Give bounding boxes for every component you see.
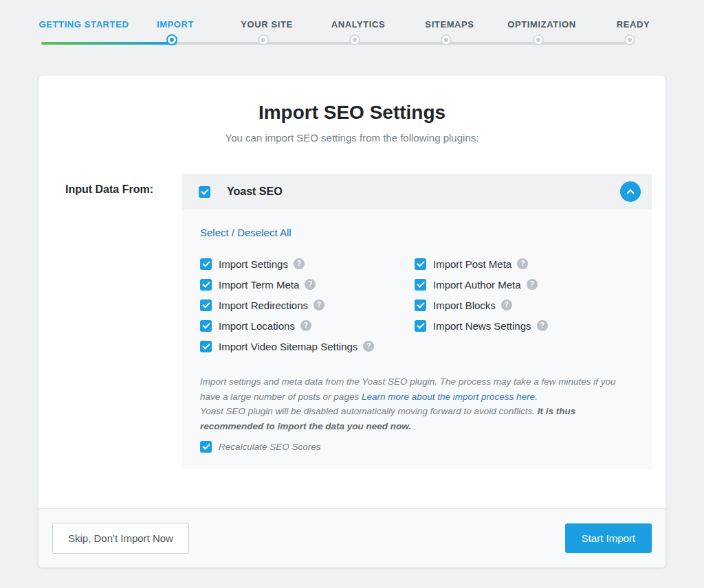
- checkbox-checked-icon[interactable]: [200, 341, 212, 352]
- option-import-term-meta[interactable]: Import Term Meta ?: [200, 278, 415, 291]
- import-options-column-2: Import Post Meta ? Import Author Meta ? …: [415, 258, 548, 361]
- chevron-up-icon: [626, 189, 634, 196]
- step-optimization-dot: [534, 36, 542, 44]
- import-settings-card: Import SEO Settings You can import SEO s…: [38, 76, 666, 567]
- option-import-blocks[interactable]: Import Blocks ?: [415, 299, 548, 311]
- step-your-site: YOUR SITE: [241, 19, 292, 30]
- step-import-dot[interactable]: [168, 36, 176, 44]
- checkbox-checked-icon[interactable]: [415, 279, 426, 291]
- help-icon[interactable]: ?: [300, 320, 311, 331]
- wizard-footer: Skip, Don't Import Now Start Import: [38, 508, 666, 567]
- option-label: Import Term Meta: [219, 279, 299, 291]
- option-label: Import Locations: [219, 320, 295, 332]
- start-import-button[interactable]: Start Import: [565, 523, 652, 553]
- step-analytics: ANALYTICS: [331, 19, 386, 30]
- step-analytics-dot: [351, 36, 359, 44]
- select-deselect-all-link[interactable]: Select / Deselect All: [200, 227, 292, 238]
- content-row: Input Data From: Yoast SEO Select / Dese…: [38, 174, 666, 469]
- checkbox-checked-icon[interactable]: [200, 279, 212, 291]
- option-label: Import Settings: [219, 258, 288, 270]
- description-text: Yoast SEO plugin will be disabled automa…: [200, 406, 538, 416]
- help-icon[interactable]: ?: [363, 341, 374, 352]
- checkbox-checked-icon[interactable]: [200, 258, 212, 270]
- step-sitemaps-dot: [442, 36, 450, 44]
- page-subtitle: You can import SEO settings from the fol…: [38, 132, 666, 144]
- option-label: Import Author Meta: [433, 279, 521, 291]
- step-your-site-dot: [259, 36, 267, 44]
- setup-wizard-stepper: GETTING STARTED IMPORT YOUR SITE ANALYTI…: [41, 0, 663, 66]
- yoast-seo-panel-header: Yoast SEO: [182, 174, 652, 210]
- option-label: Import Redirections: [219, 299, 308, 311]
- option-label: Import Blocks: [433, 299, 496, 311]
- card-header: Import SEO Settings You can import SEO s…: [38, 76, 666, 174]
- checkbox-checked-icon[interactable]: [415, 320, 426, 332]
- checkbox-checked-icon[interactable]: [200, 320, 212, 332]
- option-label: Import Post Meta: [433, 258, 512, 270]
- checkbox-checked-icon[interactable]: [415, 258, 426, 270]
- learn-more-link[interactable]: Learn more about the import process here…: [362, 392, 538, 402]
- option-import-post-meta[interactable]: Import Post Meta ?: [415, 258, 548, 270]
- step-getting-started[interactable]: GETTING STARTED: [39, 19, 129, 30]
- import-options-column-1: Import Settings ? Import Term Meta ? Imp…: [200, 258, 415, 361]
- option-import-settings[interactable]: Import Settings ?: [200, 258, 415, 270]
- skip-import-button[interactable]: Skip, Don't Import Now: [52, 523, 189, 554]
- import-description: Import settings and meta data from the Y…: [200, 374, 634, 433]
- option-import-locations[interactable]: Import Locations ?: [200, 319, 415, 332]
- stepper-progress: [41, 42, 177, 45]
- option-import-news-settings[interactable]: Import News Settings ?: [415, 319, 548, 332]
- recalculate-label: Recalculate SEO Scores: [219, 442, 321, 452]
- help-icon[interactable]: ?: [314, 299, 324, 310]
- collapse-panel-button[interactable]: [620, 181, 641, 202]
- option-import-redirections[interactable]: Import Redirections ?: [200, 299, 415, 311]
- import-options: Import Settings ? Import Term Meta ? Imp…: [200, 258, 634, 361]
- stepper-track: [41, 42, 633, 45]
- option-label: Import News Settings: [433, 320, 531, 332]
- yoast-seo-panel-body: Select / Deselect All Import Settings ? …: [182, 210, 652, 469]
- step-sitemaps: SITEMAPS: [425, 19, 474, 30]
- help-icon[interactable]: ?: [527, 279, 538, 290]
- help-icon[interactable]: ?: [294, 258, 305, 269]
- step-import[interactable]: IMPORT: [157, 19, 194, 30]
- option-import-video-sitemap-settings[interactable]: Import Video Sitemap Settings ?: [200, 340, 415, 352]
- step-ready: READY: [617, 19, 650, 30]
- help-icon[interactable]: ?: [305, 279, 316, 290]
- checkbox-checked-icon[interactable]: [200, 441, 212, 453]
- help-icon[interactable]: ?: [537, 320, 548, 331]
- recalculate-seo-scores-option[interactable]: Recalculate SEO Scores: [200, 441, 634, 453]
- help-icon[interactable]: ?: [517, 258, 528, 269]
- option-import-author-meta[interactable]: Import Author Meta ?: [415, 278, 548, 291]
- yoast-seo-panel: Yoast SEO Select / Deselect All Import S…: [182, 174, 652, 469]
- help-icon[interactable]: ?: [501, 299, 512, 310]
- checkbox-checked-icon[interactable]: [200, 299, 212, 311]
- checkbox-checked-icon[interactable]: [415, 299, 426, 311]
- yoast-seo-checkbox[interactable]: [199, 186, 210, 198]
- yoast-seo-title: Yoast SEO: [227, 185, 283, 198]
- input-data-from-label: Input Data From:: [52, 174, 182, 469]
- step-ready-dot: [626, 36, 634, 44]
- step-optimization: OPTIMIZATION: [507, 19, 575, 30]
- page-title: Import SEO Settings: [38, 102, 666, 124]
- option-label: Import Video Sitemap Settings: [219, 341, 358, 352]
